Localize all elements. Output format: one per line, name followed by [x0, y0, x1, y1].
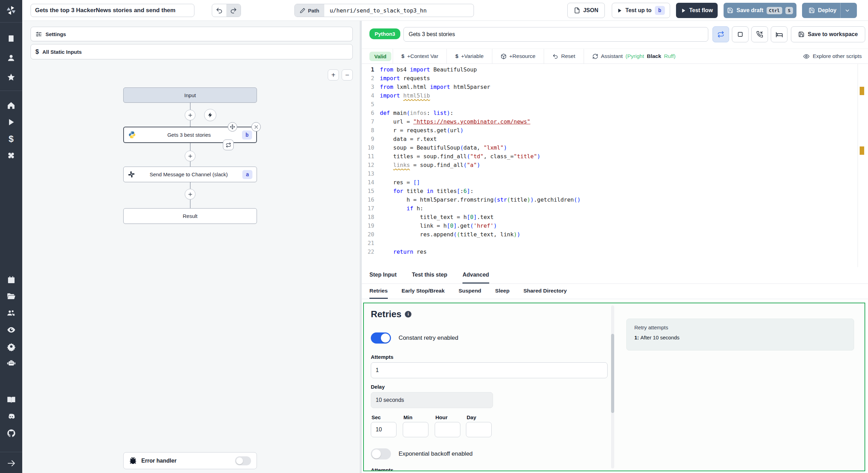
- code-line[interactable]: 11 titles = soup.find_all("td", class_="…: [362, 152, 868, 161]
- constant-retry-toggle[interactable]: [371, 332, 391, 344]
- flow-node-step-a[interactable]: Send Message to Channel (slack) a: [123, 167, 257, 182]
- test-up-to-button[interactable]: Test up to b: [612, 3, 670, 18]
- code-line[interactable]: 3from lxml.html import html5parser: [362, 83, 868, 91]
- day-input[interactable]: [466, 422, 492, 437]
- code-line[interactable]: 22 return res: [362, 247, 868, 256]
- trigger-button[interactable]: [204, 109, 216, 121]
- sidebar-item-favorites[interactable]: [0, 69, 22, 86]
- sidebar-item-groups[interactable]: [0, 305, 22, 321]
- canvas-zoom-out-button[interactable]: −: [342, 69, 353, 81]
- code-line[interactable]: 8 r = requests.get(url): [362, 126, 868, 135]
- sidebar-item-variables[interactable]: $: [0, 130, 22, 147]
- delete-step-button[interactable]: [251, 122, 261, 132]
- code-editor[interactable]: 1from bs4 import BeautifulSoup2import re…: [362, 64, 868, 267]
- test-flow-button[interactable]: Test flow: [676, 3, 718, 18]
- code-line[interactable]: 18 title_text = h[0].text: [362, 213, 868, 221]
- sidebar-item-schedules[interactable]: [0, 271, 22, 288]
- retries-toolbar-button[interactable]: [712, 26, 729, 42]
- subtab-sleep[interactable]: Sleep: [495, 284, 509, 299]
- sidebar-item-home[interactable]: [0, 97, 22, 114]
- step-name-input[interactable]: Gets 3 best stories: [403, 27, 708, 42]
- sidebar-item-organization[interactable]: [0, 30, 22, 47]
- assistant-button[interactable]: Assistant (Pyright Black Ruff): [585, 53, 683, 59]
- code-line[interactable]: 12 links = soup.find_all("a"): [362, 161, 868, 169]
- path-field[interactable]: Path u/henri/send_to_slack_top3_hn: [294, 4, 474, 17]
- sidebar-item-workers[interactable]: [0, 355, 22, 371]
- code-line[interactable]: 7 url = "https://news.ycombinator.com/ne…: [362, 117, 868, 126]
- sleep-toolbar-button[interactable]: [771, 26, 787, 42]
- code-line[interactable]: 21: [362, 239, 868, 247]
- save-to-workspace-button[interactable]: Save to workspace: [791, 26, 865, 42]
- sidebar-item-runs[interactable]: [0, 114, 22, 130]
- early-stop-toolbar-button[interactable]: [732, 26, 749, 42]
- info-icon[interactable]: i: [405, 311, 411, 318]
- code-line[interactable]: 16 h = html5parser.fromstring(str(title)…: [362, 195, 868, 204]
- all-static-inputs-button[interactable]: $ All Static Inputs: [31, 44, 353, 59]
- flow-title-input[interactable]: Gets the top 3 HackerNews stories and se…: [31, 4, 194, 17]
- code-line[interactable]: 2import requests: [362, 74, 868, 83]
- sidebar-item-docs[interactable]: [0, 391, 22, 408]
- step-retry-indicator-button[interactable]: [223, 140, 234, 150]
- code-line[interactable]: 1from bs4 import BeautifulSoup: [362, 65, 868, 74]
- insert-step-button[interactable]: [185, 151, 195, 161]
- retries-scrollbar[interactable]: [611, 305, 614, 468]
- add-variable-button[interactable]: $ +Variable: [448, 53, 490, 59]
- flow-settings-button[interactable]: Settings: [31, 27, 353, 41]
- hour-input[interactable]: [435, 422, 460, 437]
- flow-node-step-b[interactable]: Gets 3 best stories b: [123, 127, 257, 143]
- sidebar-item-folders[interactable]: [0, 288, 22, 305]
- windmill-logo-icon[interactable]: [0, 0, 22, 21]
- undo-button[interactable]: [212, 4, 226, 17]
- subtab-early-stop[interactable]: Early Stop/Break: [402, 284, 445, 299]
- sidebar-item-github[interactable]: [0, 425, 22, 441]
- code-line[interactable]: 20 res.append((title_text, link)): [362, 230, 868, 239]
- json-button[interactable]: JSON: [567, 3, 605, 18]
- code-line[interactable]: 9 data = r.text: [362, 135, 868, 143]
- explore-other-scripts-button[interactable]: Explore other scripts: [803, 53, 862, 60]
- redo-button[interactable]: [226, 4, 241, 17]
- move-step-handle[interactable]: [228, 122, 237, 132]
- code-line[interactable]: 13: [362, 169, 868, 178]
- add-context-var-button[interactable]: $ +Context Var: [394, 53, 445, 59]
- attempts-input[interactable]: 1: [371, 362, 608, 378]
- deploy-button[interactable]: Deploy: [802, 3, 857, 18]
- insert-step-button[interactable]: [185, 110, 195, 120]
- code-line[interactable]: 4import html5lib: [362, 91, 868, 100]
- flow-node-result[interactable]: Result: [123, 208, 257, 224]
- reset-button[interactable]: Reset: [545, 53, 582, 59]
- save-draft-button[interactable]: Save draft Ctrl S: [724, 3, 796, 18]
- sidebar-item-discord[interactable]: [0, 408, 22, 425]
- sidebar-collapse-arrow-icon[interactable]: [0, 454, 22, 473]
- sidebar-item-resources[interactable]: [0, 147, 22, 164]
- sidebar-item-user[interactable]: [0, 50, 22, 66]
- path-value[interactable]: u/henri/send_to_slack_top3_hn: [324, 4, 474, 17]
- subtab-suspend[interactable]: Suspend: [459, 284, 481, 299]
- tab-step-input[interactable]: Step Input: [369, 267, 397, 284]
- code-line[interactable]: 14 res = []: [362, 178, 868, 187]
- scrollbar-thumb[interactable]: [611, 334, 614, 413]
- suspend-toolbar-button[interactable]: [751, 26, 768, 42]
- sidebar-item-settings[interactable]: [0, 338, 22, 355]
- add-resource-button[interactable]: +Resource: [494, 53, 542, 59]
- sec-input[interactable]: 10: [371, 422, 397, 437]
- code-line[interactable]: 17 if h:: [362, 204, 868, 213]
- subtab-shared-directory[interactable]: Shared Directory: [523, 284, 567, 299]
- code-line[interactable]: 5: [362, 100, 868, 109]
- insert-step-button[interactable]: [185, 189, 195, 200]
- code-line[interactable]: 6def main(infos: list):: [362, 109, 868, 117]
- exponential-backoff-toggle[interactable]: [371, 448, 391, 459]
- file-json-icon: [574, 7, 580, 14]
- min-input[interactable]: [403, 422, 428, 437]
- code-line[interactable]: 19 link = h[0].get('href'): [362, 221, 868, 230]
- error-handler-toggle[interactable]: [235, 456, 251, 465]
- code-line[interactable]: 10 soup = BeautifulSoup(data, "lxml"): [362, 143, 868, 152]
- sidebar-item-audit-logs[interactable]: [0, 321, 22, 338]
- chevron-down-icon[interactable]: [844, 8, 850, 14]
- tab-advanced[interactable]: Advanced: [462, 267, 489, 284]
- code-line[interactable]: 15 for title in titles[:6]:: [362, 187, 868, 195]
- canvas-zoom-in-button[interactable]: +: [328, 69, 339, 81]
- tab-test-this-step[interactable]: Test this step: [412, 267, 447, 284]
- error-handler-box[interactable]: Error handler: [123, 452, 257, 469]
- flow-node-input[interactable]: Input: [123, 87, 257, 103]
- subtab-retries[interactable]: Retries: [369, 284, 388, 299]
